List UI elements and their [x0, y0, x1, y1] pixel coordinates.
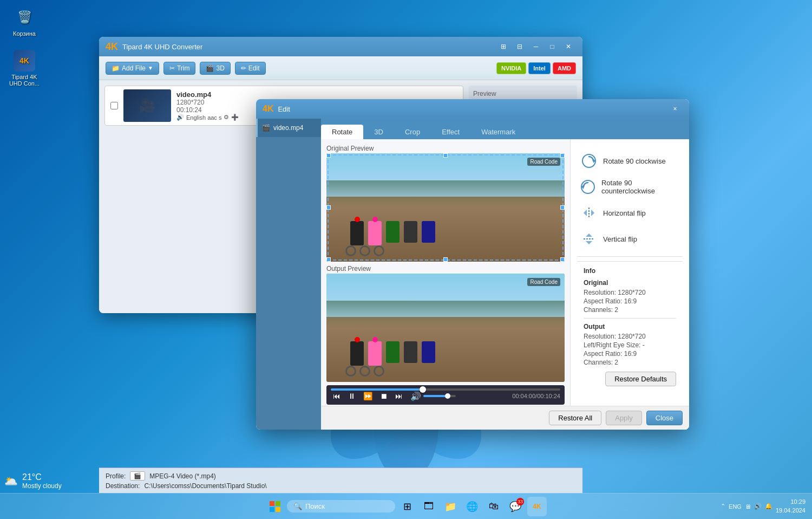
volume-icon[interactable]: 🔊 — [410, 391, 421, 401]
chat-btn[interactable]: 💬 33 — [506, 497, 525, 516]
win-icon1-btn[interactable]: ⊞ — [496, 41, 511, 52]
svg-rect-20 — [270, 507, 274, 512]
destination-value: C:\Users\comss\Documents\Tipard Studio\ — [144, 482, 266, 490]
skip-forward-btn[interactable]: ⏭ — [393, 391, 405, 401]
rotate-ccw-icon — [580, 178, 596, 196]
add-file-btn[interactable]: 📁 Add File ▼ — [106, 62, 159, 75]
4k-taskbar-btn[interactable]: 4K — [527, 497, 547, 516]
output-helmet-2 — [372, 337, 378, 342]
output-video-preview: Road Code — [326, 274, 565, 382]
hflip-option[interactable]: Horizontal flip — [577, 200, 683, 226]
chat-badge: 33 — [516, 498, 524, 505]
info-divider-mid — [584, 318, 676, 319]
destination-label: Destination: — [106, 482, 140, 490]
sidebar-item-video[interactable]: 🎬 video.mp4 — [256, 119, 321, 137]
recycle-icon: 🗑️ — [14, 7, 35, 28]
search-bar[interactable]: 🔍 Поиск — [287, 500, 395, 512]
rotate-ccw-option[interactable]: Rotate 90 counterclockwise — [577, 174, 683, 200]
original-preview-label: Original Preview — [326, 145, 565, 152]
tab-crop[interactable]: Crop — [394, 125, 431, 139]
edge-btn[interactable]: 🌐 — [462, 497, 482, 516]
apply-btn: Apply — [606, 411, 642, 425]
restore-defaults-btn[interactable]: Restore Defaults — [605, 372, 676, 386]
volume-thumb[interactable] — [445, 393, 450, 399]
store-btn[interactable]: 🛍 — [484, 497, 503, 516]
close-dialog-btn[interactable]: Close — [646, 411, 683, 425]
widgets-btn[interactable]: 🗔 — [419, 497, 438, 516]
win-close-btn[interactable]: ✕ — [561, 41, 576, 52]
restore-all-btn[interactable]: Restore All — [549, 411, 601, 425]
lang-indicator: ENG — [729, 503, 742, 510]
tab-watermark[interactable]: Watermark — [470, 125, 526, 139]
win-minimize-btn[interactable]: ─ — [528, 41, 543, 52]
tab-rotate[interactable]: Rotate — [321, 125, 363, 139]
original-channels: Channels: 2 — [584, 306, 676, 314]
helmet-1 — [355, 217, 360, 222]
desktop-icon-4k[interactable]: 4K Tipard 4K UHD Con... — [5, 48, 43, 89]
svg-rect-19 — [276, 501, 280, 506]
file-checkbox[interactable] — [110, 102, 118, 109]
progress-track[interactable] — [331, 388, 560, 391]
converter-bottom-bar: Profile: 🎬 MPEG-4 Video (*.mp4) Destinat… — [99, 468, 582, 493]
stop-btn[interactable]: ⏹ — [378, 391, 390, 401]
svg-marker-13 — [584, 210, 587, 216]
file-thumbnail: 🎥 — [123, 89, 171, 122]
cyclist-4 — [404, 221, 417, 243]
notification-icon[interactable]: 🔔 — [765, 503, 772, 510]
win-maximize-btn[interactable]: □ — [545, 41, 560, 52]
progress-thumb[interactable] — [420, 386, 426, 393]
profile-row: Profile: 🎬 MPEG-4 Video (*.mp4) — [106, 471, 576, 481]
output-video-scene — [326, 274, 565, 382]
taskbar-time[interactable]: 10:29 19.04.2024 — [776, 498, 806, 515]
tab-3d[interactable]: 3D — [363, 125, 394, 139]
rotate-cw-option[interactable]: Rotate 90 clockwise — [577, 148, 683, 174]
network-icon: 🖥 — [745, 503, 751, 510]
weather-condition: Mostly cloudy — [22, 482, 62, 490]
wheel-3 — [374, 245, 384, 256]
vflip-option[interactable]: Vertical flip — [577, 226, 683, 252]
volume-taskbar-icon[interactable]: 🔊 — [754, 503, 762, 510]
three-d-btn[interactable]: 🎬 3D — [200, 62, 230, 75]
volume-fill — [423, 395, 448, 397]
volume-track[interactable] — [423, 395, 456, 397]
taskbar: 🔍 Поиск ⊞ 🗔 📁 🌐 🛍 💬 33 4K ⌃ ENG 🖥 🔊 🔔 — [0, 493, 812, 519]
intel-badge: Intel — [528, 62, 551, 74]
three-d-icon: 🎬 — [206, 64, 214, 72]
start-btn[interactable] — [265, 497, 285, 516]
output-preview-label: Output Preview — [326, 265, 565, 273]
preview-label: Preview — [473, 90, 573, 98]
audio-settings-icon[interactable]: ⚙ — [224, 114, 229, 121]
output-info: Output Resolution: 1280*720 Left/Right E… — [584, 323, 676, 366]
svg-rect-21 — [276, 507, 280, 512]
system-tray-arrow[interactable]: ⌃ — [721, 503, 725, 510]
desktop-icon-recycle[interactable]: 🗑️ Корзина — [5, 4, 43, 39]
profile-label: Profile: — [106, 472, 126, 480]
playback-controls: ⏮ ⏸ ⏩ ⏹ ⏭ 🔊 — [331, 391, 560, 401]
rotate-cw-label: Rotate 90 clockwise — [603, 157, 666, 165]
edit-icon: ✏ — [241, 64, 246, 72]
win-icon2-btn[interactable]: ⊟ — [512, 41, 527, 52]
svg-marker-16 — [586, 233, 592, 237]
files-btn[interactable]: 📁 — [441, 497, 460, 516]
output-resolution: Resolution: 1280*720 — [584, 333, 676, 340]
trim-btn[interactable]: ✂ Trim — [163, 62, 196, 75]
dest-row: Destination: C:\Users\comss\Documents\Ti… — [106, 482, 576, 490]
task-view-btn[interactable]: ⊞ — [397, 497, 417, 516]
wheel-1 — [345, 245, 356, 256]
audio-add-icon[interactable]: ➕ — [231, 114, 239, 121]
output-cyclist-3 — [386, 341, 400, 363]
output-aspect-ratio: Aspect Ratio: 16:9 — [584, 350, 676, 358]
fast-forward-btn[interactable]: ⏩ — [361, 391, 375, 401]
pause-btn[interactable]: ⏸ — [346, 391, 358, 401]
trim-icon: ✂ — [169, 64, 175, 72]
output-watermark: Road Code — [527, 278, 560, 286]
wheels-group — [345, 245, 384, 256]
edit-footer: Restore All Apply Close — [321, 406, 689, 430]
tab-effect[interactable]: Effect — [431, 125, 470, 139]
edit-toolbar-btn[interactable]: ✏ Edit — [235, 62, 266, 75]
output-wheel-3 — [374, 366, 384, 377]
recycle-label: Корзина — [13, 30, 36, 37]
edit-close-btn[interactable]: × — [667, 103, 683, 114]
skip-back-btn[interactable]: ⏮ — [331, 391, 343, 401]
output-wheels — [345, 366, 384, 377]
